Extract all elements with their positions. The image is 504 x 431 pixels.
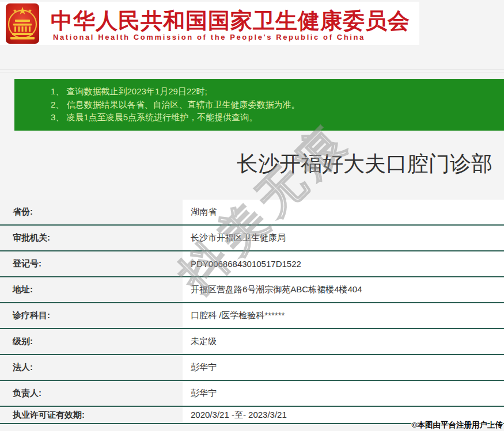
query-notice-box: 1、 查询数据截止到2023年1月29日22时; 2、 信息数据结果以各省、自治…	[14, 79, 504, 131]
row-value: 长沙市开福区卫生健康局	[183, 226, 504, 250]
row-label: 诊疗科目:	[0, 303, 183, 328]
row-value: PDY00686843010517D1522	[183, 251, 504, 276]
notice-item-1: 1、 查询数据截止到2023年1月29日22时;	[51, 85, 498, 98]
row-value: 口腔科 /医学检验科******	[183, 303, 504, 328]
table-row-province: 省份: 湖南省	[0, 200, 504, 226]
notice-item-3: 3、 凌晨1点至凌晨5点系统进行维护，不能提供查询。	[51, 111, 498, 124]
notice-item-2: 2、 信息数据结果以各省、自治区、直辖市卫生健康委数据为准。	[51, 98, 498, 112]
row-value: 彭华宁	[183, 355, 504, 380]
row-value: 未定级	[183, 329, 504, 354]
row-value: 彭华宁	[183, 381, 504, 406]
row-label: 省份:	[0, 200, 183, 224]
row-label: 法人:	[0, 355, 183, 380]
row-label: 执业许可证有效期:	[0, 407, 183, 423]
header-divider-line-2	[0, 72, 504, 73]
row-label: 级别:	[0, 329, 183, 354]
table-row-departments: 诊疗科目: 口腔科 /医学检验科******	[0, 303, 504, 329]
row-value: 开福区营盘路6号潮宗御苑ABC栋裙楼4楼404	[183, 277, 504, 302]
row-label: 负责人:	[0, 381, 183, 406]
header-divider-line	[0, 70, 504, 70]
institution-info-table: 省份: 湖南省 审批机关: 长沙市开福区卫生健康局 登记号: PDY006868…	[0, 200, 504, 424]
row-label: 地址:	[0, 277, 183, 302]
image-copyright-note: ©本图由平台注册用户上传	[412, 420, 503, 430]
row-label: 审批机关:	[0, 226, 183, 250]
table-row-registration-number: 登记号: PDY00686843010517D1522	[0, 251, 504, 277]
site-title-cn: 中华人民共和国国家卫生健康委员会	[51, 6, 419, 36]
site-title-en: National Health Commission of the People…	[53, 33, 422, 41]
table-row-person-in-charge: 负责人: 彭华宁	[0, 381, 504, 407]
institution-name-title: 长沙开福好大夫口腔门诊部	[237, 150, 492, 178]
table-row-legal-person: 法人: 彭华宁	[0, 355, 504, 381]
table-row-level: 级别: 未定级	[0, 329, 504, 355]
table-row-approval-authority: 审批机关: 长沙市开福区卫生健康局	[0, 226, 504, 251]
site-header: 中华人民共和国国家卫生健康委员会 National Health Commiss…	[0, 2, 419, 45]
national-emblem-icon	[6, 3, 39, 44]
table-row-address: 地址: 开福区营盘路6号潮宗御苑ABC栋裙楼4楼404	[0, 277, 504, 303]
row-value: 湖南省	[183, 200, 504, 224]
row-label: 登记号:	[0, 251, 183, 276]
